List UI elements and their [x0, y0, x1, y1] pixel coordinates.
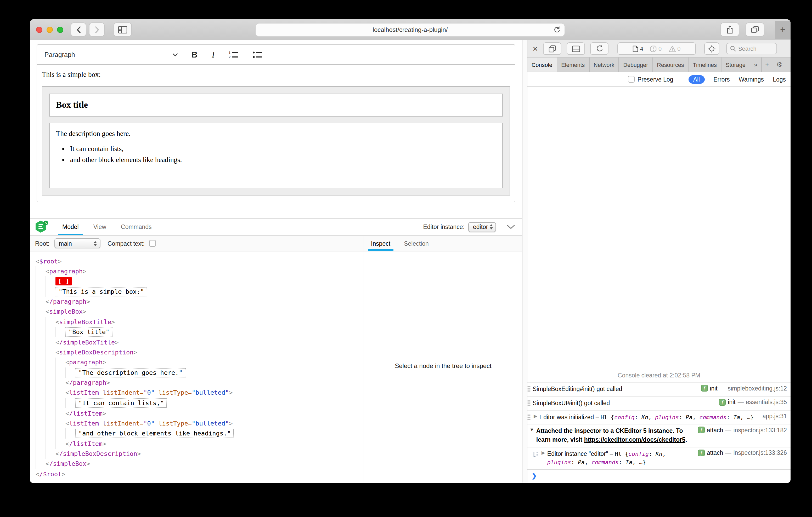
- sidebar-toggle-button[interactable]: [114, 23, 132, 37]
- root-select[interactable]: main: [54, 238, 100, 248]
- element-picker-button[interactable]: [704, 42, 719, 55]
- console-row[interactable]: ▶Editor was initialized – Hl {config: Kn…: [527, 410, 790, 424]
- editor-content[interactable]: This is a simple box: Box title The desc…: [37, 65, 515, 202]
- reload-page-button[interactable]: [590, 42, 608, 55]
- model-open-tag[interactable]: <paragraph>: [46, 268, 86, 275]
- model-open-tag[interactable]: <$root>: [36, 257, 61, 265]
- tree-line: <paragraph>: [36, 266, 364, 276]
- console-row[interactable]: ▼Attached the inspector to a CKEditor 5 …: [527, 424, 790, 447]
- model-close-tag[interactable]: </simpleBoxTitle>: [55, 338, 119, 346]
- source-location-link[interactable]: app.js:31: [762, 413, 787, 419]
- model-open-tag[interactable]: <simpleBox>: [46, 308, 86, 315]
- share-button[interactable]: [720, 23, 739, 37]
- issues-summary-button[interactable]: 4 0: [617, 42, 696, 55]
- devtools-tab-network[interactable]: Network: [589, 58, 619, 71]
- inspector-tab-model[interactable]: Model: [55, 218, 86, 235]
- tab-overview-button[interactable]: [746, 23, 764, 37]
- model-close-tag[interactable]: </paragraph>: [65, 379, 110, 387]
- scope-all[interactable]: All: [689, 75, 705, 83]
- bold-button[interactable]: B: [192, 50, 198, 59]
- inspector-tab-view[interactable]: View: [86, 218, 114, 235]
- devtools-search-field[interactable]: Search: [726, 43, 777, 54]
- model-open-tag[interactable]: <listItem listIndent="0" listType="bulle…: [65, 420, 233, 427]
- indent-guide: [36, 378, 46, 388]
- model-close-tag[interactable]: </$root>: [36, 470, 65, 478]
- devtools-tab-console[interactable]: Console: [527, 58, 557, 71]
- list-item[interactable]: and other block elements like headings.: [70, 156, 496, 164]
- preserve-log-control[interactable]: Preserve Log: [628, 76, 673, 83]
- model-text-node[interactable]: "It can contain lists,": [75, 398, 167, 408]
- reload-icon: [596, 44, 603, 53]
- forward-button[interactable]: [89, 23, 105, 37]
- collapse-inspector-icon[interactable]: [507, 225, 515, 229]
- devtools-tab-timelines[interactable]: Timelines: [689, 58, 722, 71]
- console-pane: Console cleared at 2:02:58 PM SimpleBoxE…: [527, 87, 790, 483]
- scope-warnings[interactable]: Warnings: [739, 76, 764, 82]
- model-close-tag[interactable]: </listItem>: [65, 440, 106, 448]
- console-prompt[interactable]: ❯: [527, 469, 790, 483]
- pane-tab-inspect[interactable]: Inspect: [364, 236, 397, 251]
- new-tab-button[interactable]: +: [775, 21, 790, 38]
- preserve-log-checkbox[interactable]: [628, 76, 635, 83]
- reload-icon[interactable]: [554, 26, 560, 34]
- model-text-node[interactable]: "Box title": [65, 327, 113, 337]
- bulleted-list-button[interactable]: [253, 51, 263, 59]
- editor-instance-select[interactable]: editor: [468, 222, 496, 232]
- list-item[interactable]: It can contain lists,: [70, 145, 496, 153]
- simple-box-description[interactable]: The description goes here. It can contai…: [49, 123, 503, 188]
- numbered-list-button[interactable]: 1 2: [229, 51, 239, 59]
- devtools-tab-storage[interactable]: Storage: [722, 58, 750, 71]
- model-close-tag[interactable]: </listItem>: [65, 409, 106, 417]
- source-location-link[interactable]: inspector.js:133:326: [733, 450, 787, 456]
- model-controls: Root: main Compact text:: [30, 236, 364, 251]
- zoom-window-button[interactable]: [57, 26, 63, 33]
- simple-box-widget[interactable]: Box title The description goes here. It …: [42, 86, 510, 195]
- intro-paragraph[interactable]: This is a simple box:: [42, 70, 510, 79]
- italic-button[interactable]: I: [212, 50, 214, 60]
- minimize-window-button[interactable]: [47, 26, 53, 33]
- scope-errors[interactable]: Errors: [714, 76, 730, 82]
- console-message-text: Editor was initialized – Hl {config: Kn,…: [540, 413, 757, 421]
- add-tab-button[interactable]: +: [761, 58, 773, 71]
- pane-tab-selection[interactable]: Selection: [397, 236, 436, 251]
- tabs-overflow-button[interactable]: »: [750, 58, 761, 71]
- model-open-tag[interactable]: <simpleBoxDescription>: [55, 349, 137, 356]
- model-close-tag[interactable]: </simpleBoxDescription>: [55, 450, 141, 457]
- console-row[interactable]: SimpleBoxEditing#init() got calledfinit—…: [527, 383, 790, 396]
- source-location-link[interactable]: inspector.js:133:182: [733, 427, 787, 433]
- inspector-tab-commands[interactable]: Commands: [114, 218, 159, 235]
- compact-text-checkbox[interactable]: [149, 240, 156, 247]
- devtools-tab-resources[interactable]: Resources: [653, 58, 689, 71]
- model-close-tag[interactable]: </simpleBox>: [46, 460, 90, 467]
- devtools-tab-elements[interactable]: Elements: [557, 58, 589, 71]
- disclosure-closed-icon[interactable]: ▶: [534, 413, 537, 419]
- model-open-tag[interactable]: <paragraph>: [65, 359, 106, 366]
- settings-gear-icon[interactable]: ⚙: [773, 58, 785, 71]
- close-devtools-button[interactable]: ✕: [530, 45, 540, 53]
- address-bar[interactable]: localhost/creating-a-plugin/: [255, 23, 565, 37]
- description-paragraph[interactable]: The description goes here.: [56, 130, 496, 138]
- scope-logs[interactable]: Logs: [773, 76, 786, 82]
- heading-dropdown[interactable]: Paragraph: [45, 45, 178, 64]
- model-open-tag[interactable]: <simpleBoxTitle>: [55, 318, 115, 326]
- close-window-button[interactable]: [36, 26, 42, 33]
- disclosure-open-icon[interactable]: ▼: [529, 427, 534, 433]
- source-location-link[interactable]: simpleboxediting.js:12: [728, 385, 787, 392]
- devtools-tab-debugger[interactable]: Debugger: [619, 58, 653, 71]
- console-row[interactable]: ▶Editor instance "editor" – Hl {config: …: [527, 447, 790, 469]
- model-open-tag[interactable]: <listItem listIndent="0" listType="bulle…: [65, 389, 233, 396]
- simple-box-title[interactable]: Box title: [49, 94, 503, 117]
- disclosure-closed-icon[interactable]: ▶: [542, 450, 545, 455]
- dock-bottom-button[interactable]: [567, 42, 585, 55]
- model-text-node[interactable]: "This is a simple box:": [55, 287, 147, 296]
- back-button[interactable]: [70, 23, 86, 37]
- detach-devtools-button[interactable]: [543, 42, 561, 55]
- model-text-node[interactable]: "The description goes here.": [75, 368, 186, 377]
- model-text-node[interactable]: "and other block elements like headings.…: [75, 429, 234, 438]
- page-scrollbar[interactable]: [522, 40, 527, 483]
- console-row[interactable]: SimpleBoxUI#init() got calledfinit—essen…: [527, 396, 790, 410]
- model-close-tag[interactable]: </paragraph>: [46, 298, 90, 305]
- object-preview[interactable]: – Hl {config: Kn, plugins: Pa, commands:…: [594, 414, 754, 420]
- docs-link[interactable]: https://ckeditor.com/docs/ckeditor5: [584, 436, 686, 443]
- source-location-link[interactable]: essentials.js:35: [746, 399, 787, 405]
